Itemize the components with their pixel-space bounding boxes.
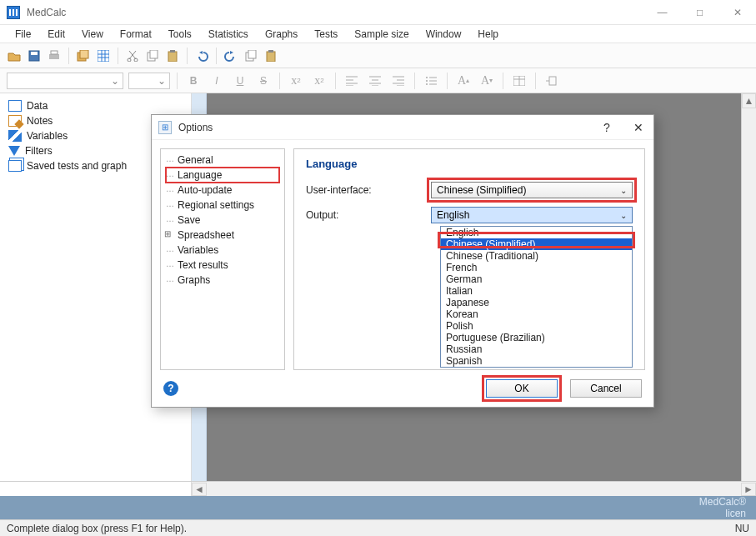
save-icon[interactable]: [27, 48, 42, 63]
menu-view[interactable]: View: [75, 27, 110, 42]
align-left-icon[interactable]: [343, 72, 361, 90]
insert-button[interactable]: [543, 72, 561, 90]
options-node-save[interactable]: Save: [166, 213, 279, 228]
ui-language-combo[interactable]: Chinese (Simplified) ⌄: [431, 182, 633, 198]
statusbar: Complete dialog box (press F1 for Help).…: [0, 519, 756, 536]
options-node-language[interactable]: Language: [166, 168, 279, 183]
svg-rect-21: [549, 77, 556, 85]
output-language-row: Output: English ⌄: [306, 207, 633, 223]
dialog-icon: ⊞: [158, 121, 172, 134]
align-center-icon[interactable]: [366, 72, 384, 90]
ok-button[interactable]: OK: [486, 379, 558, 398]
minimize-button[interactable]: —: [643, 0, 681, 25]
output-option[interactable]: Chinese (Traditional): [441, 250, 632, 262]
copy2-icon[interactable]: [243, 48, 258, 63]
brand-footer: MedCalc® licen: [0, 496, 756, 519]
dialog-titlebar: ⊞ Options ? ✕: [152, 115, 653, 140]
increase-font-icon[interactable]: A▴: [454, 72, 473, 90]
svg-rect-10: [150, 50, 158, 58]
list-button[interactable]: [422, 72, 440, 90]
superscript-button[interactable]: x2: [310, 72, 328, 90]
menubar: File Edit View Format Tools Statistics G…: [0, 25, 756, 43]
svg-rect-1: [31, 52, 38, 55]
scroll-track[interactable]: [742, 108, 756, 481]
subscript-button[interactable]: x2: [287, 72, 305, 90]
align-right-icon[interactable]: [389, 72, 408, 90]
horizontal-scrollbar-row: ◄ ►: [0, 481, 756, 496]
menu-window[interactable]: Window: [419, 27, 468, 42]
output-option[interactable]: German: [441, 273, 632, 285]
menu-edit[interactable]: Edit: [41, 27, 72, 42]
filters-icon: [8, 146, 20, 156]
scroll-left-icon[interactable]: ◄: [192, 483, 207, 496]
undo-icon[interactable]: [194, 48, 209, 63]
output-option[interactable]: Spanish: [441, 355, 632, 367]
menu-samplesize[interactable]: Sample size: [348, 27, 415, 42]
output-option[interactable]: French: [441, 262, 632, 273]
tree-label: Filters: [25, 145, 53, 157]
output-option[interactable]: Russian: [441, 343, 632, 355]
variables-icon: [8, 130, 22, 142]
svg-rect-11: [168, 52, 177, 62]
cancel-button[interactable]: Cancel: [570, 379, 642, 398]
cut-icon[interactable]: [125, 48, 140, 63]
output-option[interactable]: Italian: [441, 285, 632, 297]
output-option[interactable]: English: [441, 227, 632, 238]
svg-rect-2: [49, 54, 59, 59]
output-language-dropdown[interactable]: EnglishChinese (Simplified)Chinese (Trad…: [440, 226, 633, 368]
font-family-combo[interactable]: ⌄: [7, 73, 123, 89]
dialog-help-button[interactable]: ?: [598, 121, 615, 134]
strike-button[interactable]: S: [254, 72, 273, 90]
print-icon[interactable]: [47, 48, 62, 63]
options-node-variables[interactable]: Variables: [166, 243, 279, 258]
output-option[interactable]: Korean: [441, 308, 632, 320]
options-node-autoupdate[interactable]: Auto-update: [166, 183, 279, 198]
bold-button[interactable]: B: [184, 72, 203, 90]
scroll-up-icon[interactable]: ▲: [742, 93, 756, 108]
options-node-general[interactable]: General: [166, 153, 279, 168]
paste-icon[interactable]: [165, 48, 180, 63]
menu-help[interactable]: Help: [471, 27, 505, 42]
options-node-regional[interactable]: Regional settings: [166, 198, 279, 213]
output-option[interactable]: Japanese: [441, 297, 632, 308]
close-button[interactable]: ✕: [718, 0, 756, 25]
copy-icon[interactable]: [145, 48, 160, 63]
italic-button[interactable]: I: [208, 72, 226, 90]
menu-statistics[interactable]: Statistics: [202, 27, 255, 42]
decrease-font-icon[interactable]: A▾: [478, 72, 496, 90]
output-language-combo[interactable]: English ⌄: [431, 207, 633, 223]
menu-tests[interactable]: Tests: [308, 27, 344, 42]
menu-format[interactable]: Format: [113, 27, 158, 42]
ok-highlight-frame: OK: [482, 375, 562, 402]
maximize-button[interactable]: □: [681, 0, 718, 25]
paste2-icon[interactable]: [263, 48, 278, 63]
menu-tools[interactable]: Tools: [162, 27, 198, 42]
dialog-close-button[interactable]: ✕: [630, 121, 647, 134]
output-option[interactable]: Portuguese (Brazilian): [441, 332, 632, 343]
scroll-right-icon[interactable]: ►: [741, 483, 756, 496]
table-button[interactable]: [510, 72, 528, 90]
options-node-textresults[interactable]: Text results: [166, 258, 279, 273]
vertical-scrollbar[interactable]: ▲ ▼: [741, 93, 756, 496]
grid-icon[interactable]: [96, 48, 111, 63]
output-option[interactable]: Polish: [441, 320, 632, 332]
tree-item-data[interactable]: Data: [3, 98, 188, 113]
svg-rect-16: [268, 50, 273, 53]
output-language-value: English: [437, 209, 469, 221]
font-size-combo[interactable]: ⌄: [128, 73, 170, 89]
copy-sheet-icon[interactable]: [76, 48, 91, 63]
menu-graphs[interactable]: Graphs: [258, 27, 304, 42]
options-node-spreadsheet[interactable]: Spreadsheet: [166, 228, 279, 243]
dialog-body: General Language Auto-update Regional se…: [152, 140, 653, 370]
hscroll-track[interactable]: [207, 483, 741, 496]
menu-file[interactable]: File: [8, 27, 38, 42]
options-dialog: ⊞ Options ? ✕ General Language Auto-upda…: [151, 114, 654, 408]
help-icon[interactable]: ?: [163, 381, 178, 396]
open-icon[interactable]: [7, 48, 22, 63]
output-option[interactable]: Chinese (Simplified): [441, 238, 632, 250]
format-toolbar: ⌄ ⌄ B I U S x2 x2 A▴ A▾: [0, 68, 756, 93]
redo-icon[interactable]: [223, 48, 238, 63]
chevron-down-icon: ⌄: [620, 211, 627, 220]
options-node-graphs[interactable]: Graphs: [166, 273, 279, 288]
underline-button[interactable]: U: [231, 72, 249, 90]
